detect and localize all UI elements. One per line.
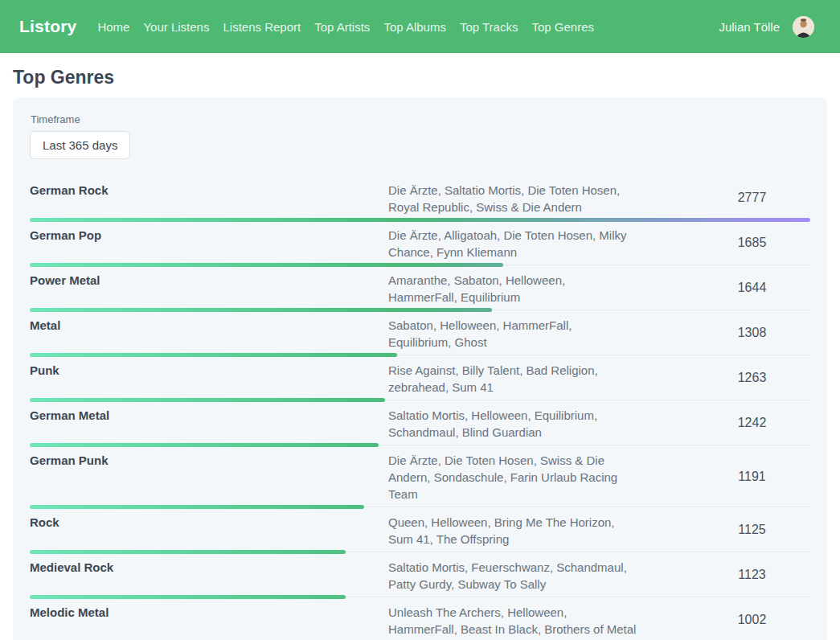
user-avatar[interactable]	[793, 16, 814, 38]
genre-name: Melodic Metal	[30, 602, 388, 638]
genre-top-artists: Die Ärzte, Alligatoah, Die Toten Hosen, …	[388, 225, 637, 261]
genre-top-artists: Saltatio Mortis, Feuerschwanz, Schandmau…	[388, 557, 637, 593]
timeframe-label: Timeframe	[31, 113, 810, 125]
genre-name: German Punk	[30, 450, 388, 503]
genre-listen-count: 1242	[637, 416, 810, 430]
page-title: Top Genres	[13, 67, 827, 88]
app-navbar: Listory Home Your Listens Listens Report…	[0, 0, 840, 53]
genre-listen-count: 1308	[637, 326, 810, 340]
genre-row: German Punk Die Ärzte, Die Toten Hosen, …	[30, 447, 810, 509]
brand-logo[interactable]: Listory	[19, 17, 76, 36]
genre-top-artists: Sabaton, Helloween, HammerFall, Equilibr…	[388, 315, 637, 351]
genre-listen-count: 2777	[637, 191, 810, 205]
genre-listen-count: 1263	[637, 371, 810, 385]
timeframe-select[interactable]: Last 365 days	[30, 131, 130, 159]
genre-row: German Rock Die Ärzte, Saltatio Mortis, …	[30, 177, 810, 222]
genre-name: Medieval Rock	[30, 557, 388, 593]
genre-top-artists: Die Ärzte, Saltatio Mortis, Die Toten Ho…	[388, 180, 637, 215]
genre-listen-count: 1002	[637, 613, 810, 627]
genre-row: Punk Rise Against, Billy Talent, Bad Rel…	[30, 357, 810, 402]
main-nav: Home Your Listens Listens Report Top Art…	[97, 20, 594, 34]
user-area: Julian Tölle	[719, 16, 814, 38]
genre-listen-count: 1125	[637, 523, 810, 537]
nav-link-top-albums[interactable]: Top Albums	[383, 20, 446, 34]
genre-row: Medieval Rock Saltatio Mortis, Feuerschw…	[30, 554, 810, 599]
genre-name: Rock	[30, 512, 388, 548]
genre-name: Punk	[30, 360, 388, 396]
top-genres-card: Timeframe Last 365 days German Rock Die …	[13, 97, 827, 640]
genre-row: German Pop Die Ärzte, Alligatoah, Die To…	[30, 222, 810, 267]
user-name[interactable]: Julian Tölle	[719, 20, 780, 34]
genre-top-artists: Queen, Helloween, Bring Me The Horizon, …	[388, 512, 637, 548]
genre-name: German Rock	[30, 180, 388, 215]
genre-name: German Pop	[30, 225, 388, 261]
genre-listen-count: 1685	[637, 236, 810, 250]
nav-link-home[interactable]: Home	[97, 20, 129, 34]
nav-link-top-tracks[interactable]: Top Tracks	[460, 20, 518, 34]
genre-name: Power Metal	[30, 270, 388, 306]
user-avatar-image	[793, 16, 814, 38]
genre-listen-count: 1191	[637, 470, 810, 484]
genre-top-artists: Die Ärzte, Die Toten Hosen, Swiss & Die …	[388, 450, 637, 503]
genre-row: German Metal Saltatio Mortis, Helloween,…	[30, 402, 810, 447]
genre-top-artists: Unleash The Archers, Helloween, HammerFa…	[388, 602, 637, 638]
genre-top-artists: Amaranthe, Sabaton, Helloween, HammerFal…	[388, 270, 637, 306]
timeframe-filter: Timeframe Last 365 days	[30, 113, 810, 159]
genres-list: German Rock Die Ärzte, Saltatio Mortis, …	[30, 177, 810, 640]
nav-link-top-artists[interactable]: Top Artists	[314, 20, 370, 34]
genre-name: Metal	[30, 315, 388, 351]
genre-listen-count: 1123	[637, 568, 810, 582]
nav-link-your-listens[interactable]: Your Listens	[143, 20, 209, 34]
genre-row: Rock Queen, Helloween, Bring Me The Hori…	[30, 509, 810, 554]
genre-top-artists: Saltatio Mortis, Helloween, Equilibrium,…	[388, 405, 637, 441]
genre-row: Power Metal Amaranthe, Sabaton, Hellowee…	[30, 267, 810, 312]
genre-row: Metal Sabaton, Helloween, HammerFall, Eq…	[30, 312, 810, 357]
genre-name: German Metal	[30, 405, 388, 441]
genre-listen-count: 1644	[637, 281, 810, 295]
genre-top-artists: Rise Against, Billy Talent, Bad Religion…	[388, 360, 637, 396]
genre-row: Melodic Metal Unleash The Archers, Hello…	[30, 599, 810, 640]
nav-link-listens-report[interactable]: Listens Report	[223, 20, 301, 34]
nav-link-top-genres[interactable]: Top Genres	[531, 20, 594, 34]
main-content: Top Genres Timeframe Last 365 days Germa…	[0, 67, 840, 640]
